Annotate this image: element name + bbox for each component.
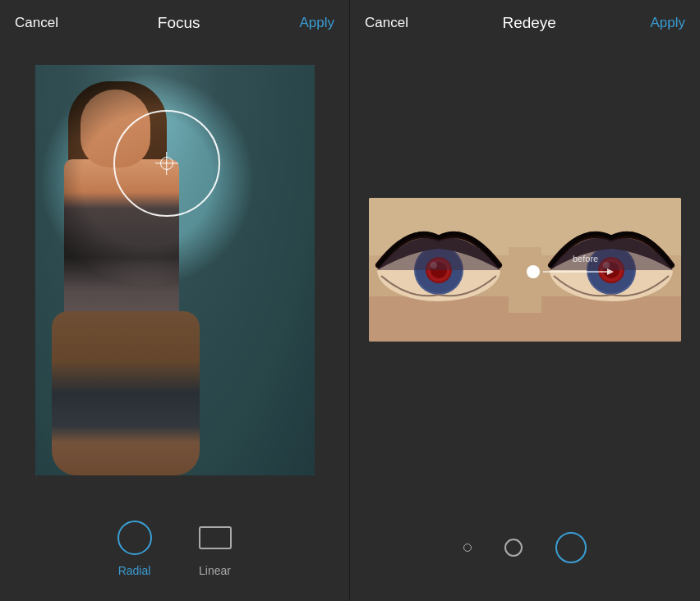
medium-dot-icon — [504, 539, 523, 557]
radial-tool-icon-container — [115, 518, 154, 557]
focus-apply-button[interactable]: Apply — [299, 15, 334, 31]
radial-tool[interactable]: Radial — [115, 518, 154, 577]
redeye-apply-button[interactable]: Apply — [650, 15, 685, 31]
size-large-button[interactable] — [555, 532, 587, 563]
crosshair-circle — [160, 157, 173, 170]
redeye-cancel-button[interactable]: Cancel — [365, 15, 408, 31]
size-small-button[interactable] — [463, 544, 472, 552]
eyes-photo[interactable]: before — [369, 198, 681, 342]
linear-tool-label: Linear — [199, 564, 231, 577]
svg-point-18 — [527, 265, 540, 278]
linear-icon — [199, 526, 232, 549]
redeye-image-area: before — [350, 45, 700, 494]
linear-tool-icon-container — [196, 518, 235, 557]
focus-top-bar: Cancel Focus Apply — [0, 0, 349, 45]
linear-tool[interactable]: Linear — [196, 518, 235, 577]
focus-cancel-button[interactable]: Cancel — [15, 15, 58, 31]
redeye-title: Redeye — [502, 14, 556, 32]
focus-title: Focus — [158, 14, 200, 32]
legs — [52, 311, 200, 475]
focus-bottom-toolbar: Radial Linear — [0, 494, 349, 601]
crosshair-icon — [155, 152, 178, 175]
radial-tool-label: Radial — [118, 564, 151, 577]
svg-rect-3 — [509, 247, 541, 313]
redeye-top-bar: Cancel Redeye Apply — [350, 0, 700, 45]
redeye-panel: Cancel Redeye Apply — [350, 0, 700, 601]
focus-image-area — [0, 45, 349, 494]
small-dot-icon — [463, 544, 472, 552]
focus-circle[interactable] — [113, 110, 220, 217]
redeye-bottom-toolbar — [350, 494, 700, 601]
radial-icon — [117, 521, 152, 555]
svg-text:before: before — [573, 254, 598, 264]
size-medium-button[interactable] — [504, 539, 523, 557]
focus-panel: Cancel Focus Apply — [0, 0, 350, 601]
eyes-svg: before — [369, 198, 681, 342]
large-dot-icon — [555, 532, 587, 563]
focus-photo[interactable] — [35, 65, 315, 475]
